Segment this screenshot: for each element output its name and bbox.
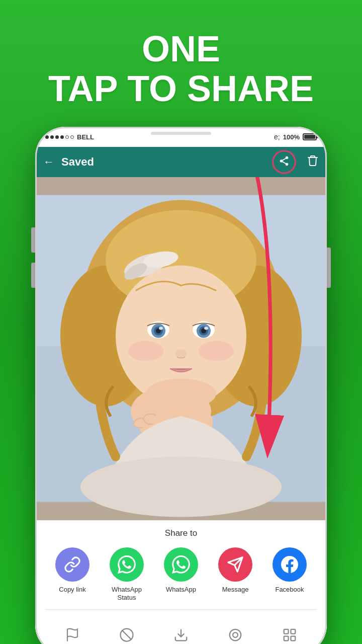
svg-rect-41 [284, 629, 289, 634]
svg-point-25 [175, 350, 187, 358]
nav-flag[interactable] [57, 620, 87, 644]
photo-area [35, 177, 327, 520]
svg-point-40 [230, 629, 241, 641]
svg-point-24 [204, 327, 208, 330]
message-icon-circle [218, 547, 252, 582]
carrier-name: BELL [77, 133, 94, 141]
share-item-facebook[interactable]: Facebook [267, 547, 312, 594]
delete-button[interactable] [307, 154, 319, 170]
status-bar: BELL e; 100% [35, 127, 327, 147]
back-button[interactable]: ← [43, 155, 54, 169]
volume-up-button [31, 227, 35, 253]
svg-rect-42 [291, 629, 296, 634]
notch [151, 132, 211, 135]
share-panel: Share to Copy link [35, 520, 327, 615]
signal-dot-5 [65, 135, 69, 139]
svg-point-2 [286, 163, 289, 166]
nav-grid[interactable] [275, 620, 305, 644]
svg-point-39 [233, 632, 238, 637]
svg-rect-44 [291, 636, 296, 641]
share-icon [279, 155, 290, 169]
share-item-whatsapp[interactable]: WhatsApp [158, 547, 204, 594]
svg-line-3 [283, 162, 286, 164]
facebook-icon-circle [273, 547, 307, 582]
header-section: ONE TAP TO SHARE [48, 14, 314, 119]
signal-dot-4 [60, 135, 64, 139]
copy-link-icon-circle [55, 547, 89, 582]
nav-block[interactable] [112, 620, 142, 644]
phone-screen: BELL e; 100% ← Saved [35, 127, 327, 644]
share-title: Share to [45, 528, 317, 538]
svg-point-27 [199, 341, 234, 361]
phone-wrapper: BELL e; 100% ← Saved [35, 127, 327, 644]
battery-bar [303, 133, 317, 140]
status-left: BELL [45, 133, 94, 141]
svg-line-37 [122, 631, 131, 640]
bottom-nav [35, 615, 327, 644]
svg-point-0 [286, 156, 289, 159]
whatsapp-icon-circle [164, 547, 198, 582]
whatsapp-label: WhatsApp [166, 586, 196, 594]
headline: ONE TAP TO SHARE [48, 29, 314, 109]
svg-point-31 [80, 457, 282, 517]
app-title: Saved [61, 155, 265, 169]
svg-point-26 [128, 341, 163, 361]
power-button [327, 248, 331, 288]
portrait-image [35, 177, 327, 520]
svg-line-4 [283, 158, 286, 160]
signal-dot-1 [45, 135, 49, 139]
volume-down-button [31, 263, 35, 288]
share-button[interactable] [273, 150, 296, 174]
headline-line1: ONE [142, 29, 220, 69]
app-header: ← Saved [35, 147, 327, 177]
facebook-label: Facebook [275, 586, 304, 594]
share-item-whatsapp-status[interactable]: WhatsApp Status [104, 547, 149, 603]
battery-fill [304, 135, 315, 139]
nav-status[interactable] [220, 620, 250, 644]
message-label: Message [222, 586, 249, 594]
signal-dot-3 [55, 135, 59, 139]
whatsapp-status-label: WhatsApp Status [104, 586, 149, 603]
svg-rect-43 [284, 636, 289, 641]
share-items: Copy link WhatsApp Status [45, 547, 317, 603]
signal-dots [45, 135, 74, 139]
bluetooth-icon: e; [274, 133, 280, 141]
signal-dot-6 [70, 135, 74, 139]
signal-dot-2 [50, 135, 54, 139]
whatsapp-status-icon-circle [110, 547, 144, 582]
svg-point-19 [159, 327, 163, 330]
headline-line2: TAP TO SHARE [48, 68, 314, 109]
nav-download[interactable] [166, 620, 196, 644]
divider [45, 609, 317, 610]
copy-link-label: Copy link [59, 586, 85, 594]
status-right: e; 100% [274, 133, 317, 141]
share-item-copy-link[interactable]: Copy link [50, 547, 95, 594]
phone-frame: BELL e; 100% ← Saved [35, 127, 327, 644]
battery-percentage: 100% [283, 133, 300, 141]
share-item-message[interactable]: Message [213, 547, 258, 594]
svg-point-1 [280, 159, 283, 163]
